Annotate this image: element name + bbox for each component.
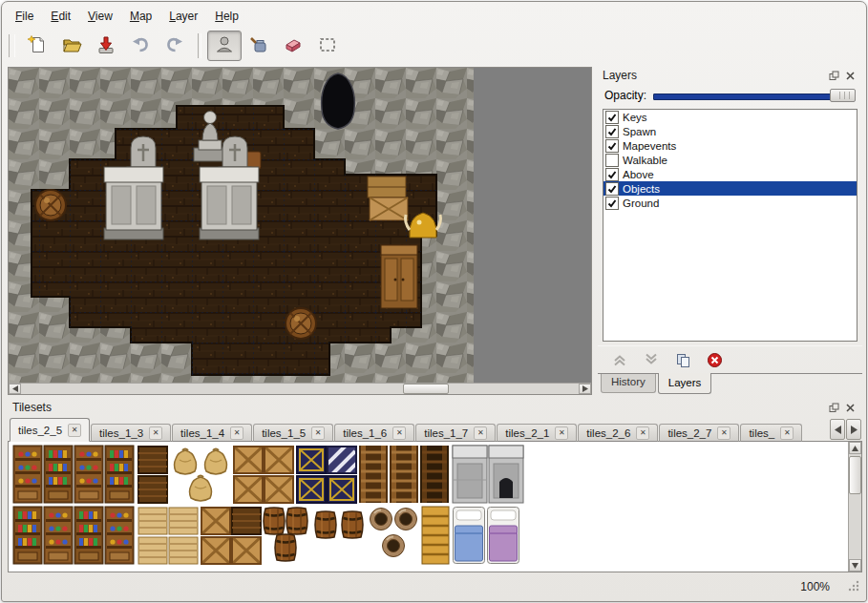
float-button[interactable]: [827, 69, 841, 82]
layers-dock: Layers Opacity: Keys Spawn Mapevents: [598, 67, 862, 395]
hscroll-left-arrow[interactable]: [9, 384, 21, 394]
opacity-slider[interactable]: [653, 88, 856, 103]
vscroll-up-arrow[interactable]: [849, 442, 861, 454]
open-file-button[interactable]: [54, 31, 89, 61]
map-object-barrel: [286, 308, 316, 339]
layer-row[interactable]: Keys: [603, 110, 857, 124]
toolbar-separator: [198, 33, 201, 58]
layer-visibility-checkbox[interactable]: [605, 197, 619, 210]
tab-close-icon[interactable]: ✕: [230, 426, 243, 440]
hscroll-right-arrow[interactable]: [579, 384, 591, 394]
tileset-tab[interactable]: tiles_2_1✕: [497, 424, 577, 442]
move-layer-up-button[interactable]: [611, 351, 628, 368]
tab-close-icon[interactable]: ✕: [474, 426, 487, 440]
redo-button[interactable]: [158, 31, 192, 61]
resize-grip[interactable]: [848, 580, 859, 594]
stamp-tool-button[interactable]: [207, 31, 242, 61]
tileset-tab[interactable]: tiles_1_5✕: [253, 424, 333, 442]
map-object-cabinet: [381, 245, 417, 308]
layer-row[interactable]: Mapevents: [603, 138, 857, 153]
menu-edit[interactable]: Edit: [43, 7, 78, 26]
menu-help[interactable]: Help: [207, 7, 246, 26]
layer-row[interactable]: Above: [603, 167, 857, 181]
new-file-button[interactable]: [20, 31, 54, 61]
menu-file[interactable]: File: [8, 7, 41, 26]
toolbar: [6, 29, 862, 63]
tileset-tab[interactable]: tiles_2_5✕: [10, 418, 90, 442]
undo-icon: [130, 34, 151, 58]
save-button[interactable]: [89, 31, 123, 61]
duplicate-layer-button[interactable]: [674, 351, 691, 368]
opacity-slider-groove[interactable]: [653, 94, 854, 100]
layer-row[interactable]: Spawn: [603, 124, 857, 138]
eraser-tool-icon: [283, 34, 304, 58]
vscroll-thumb[interactable]: [849, 456, 861, 494]
map-horizontal-scrollbar[interactable]: [9, 383, 591, 394]
map-object-cave-entrance: [322, 73, 355, 129]
opacity-row: Opacity:: [598, 84, 862, 107]
open-file-icon: [61, 34, 82, 58]
tab-close-icon[interactable]: ✕: [311, 426, 325, 440]
fill-tool-button[interactable]: [242, 31, 276, 61]
tileset-tab[interactable]: tiles_2_7✕: [659, 424, 739, 442]
layer-name: Objects: [623, 183, 660, 195]
float-button[interactable]: [827, 401, 841, 414]
tilesets-dock-title: Tilesets: [12, 401, 825, 414]
tab-close-icon[interactable]: ✕: [68, 424, 81, 437]
layer-visibility-checkbox[interactable]: [605, 125, 619, 138]
menu-layer[interactable]: Layer: [161, 7, 205, 26]
tab-close-icon[interactable]: ✕: [392, 426, 406, 440]
undo-button[interactable]: [123, 31, 158, 61]
rect-select-tool-button[interactable]: [310, 31, 345, 61]
layer-visibility-checkbox[interactable]: [605, 139, 619, 153]
tab-history[interactable]: History: [601, 374, 656, 393]
toolbar-drag-handle[interactable]: [9, 34, 15, 57]
menu-view[interactable]: View: [80, 7, 120, 26]
menu-bar: File Edit View Map Layer Help: [8, 6, 860, 27]
hscroll-thumb[interactable]: [403, 384, 449, 394]
tileset-tab[interactable]: tiles_1_3✕: [91, 424, 171, 442]
layer-row[interactable]: Ground: [603, 196, 857, 210]
close-icon[interactable]: [843, 401, 857, 414]
tab-close-icon[interactable]: ✕: [555, 426, 568, 440]
vscroll-track[interactable]: [849, 454, 861, 559]
tileset-tab[interactable]: tiles_1_6✕: [334, 424, 414, 442]
tab-close-icon[interactable]: ✕: [149, 426, 162, 440]
layer-buttons-row: [598, 345, 862, 373]
tileset-tab[interactable]: tiles_1_4✕: [172, 424, 252, 442]
layer-row[interactable]: Walkable: [603, 153, 857, 167]
stamp-tool-icon: [214, 34, 235, 58]
tab-close-icon[interactable]: ✕: [717, 426, 730, 440]
tileset-tab[interactable]: tiles_1_7✕: [415, 424, 496, 442]
tab-close-icon[interactable]: ✕: [636, 426, 649, 440]
layer-row[interactable]: Objects: [603, 181, 857, 196]
layer-visibility-checkbox[interactable]: [605, 168, 619, 181]
tab-layers[interactable]: Layers: [658, 373, 712, 394]
tileset-tab[interactable]: tiles_✕: [740, 424, 802, 442]
layer-visibility-checkbox[interactable]: [605, 182, 619, 196]
tileset-vertical-scrollbar[interactable]: [848, 442, 861, 572]
layer-visibility-checkbox[interactable]: [605, 111, 619, 124]
tileset-canvas[interactable]: [8, 442, 862, 572]
opacity-slider-handle[interactable]: [830, 89, 856, 102]
layer-name: Above: [623, 169, 654, 180]
delete-layer-button[interactable]: [706, 351, 723, 368]
save-icon: [95, 34, 116, 58]
dock-bottom-tabs: History Layers: [598, 373, 862, 395]
map-canvas[interactable]: [9, 68, 591, 383]
tab-close-icon[interactable]: ✕: [780, 426, 794, 440]
eraser-tool-button[interactable]: [276, 31, 310, 61]
tabs-scroll-left-button[interactable]: [830, 419, 845, 440]
layers-dock-title: Layers: [603, 69, 825, 82]
map-object-crypt: [200, 167, 259, 239]
move-layer-down-button[interactable]: [643, 351, 660, 368]
tabs-scroll-right-button[interactable]: [846, 419, 861, 440]
layer-visibility-checkbox[interactable]: [605, 154, 619, 167]
vscroll-down-arrow[interactable]: [849, 559, 861, 572]
menu-map[interactable]: Map: [122, 7, 159, 26]
new-file-icon: [27, 34, 48, 58]
hscroll-track[interactable]: [21, 384, 579, 394]
tileset-tab[interactable]: tiles_2_6✕: [578, 424, 658, 442]
close-icon[interactable]: [843, 69, 857, 82]
map-image: [9, 68, 591, 383]
